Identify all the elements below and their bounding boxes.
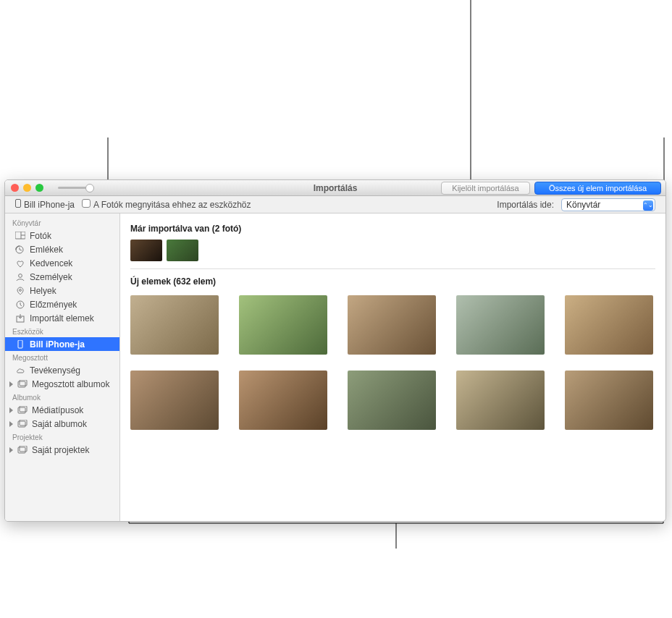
sidebar-item-label: Kedvencek	[30, 258, 72, 268]
divider	[130, 268, 655, 269]
sidebar-item-label: Előzmények	[30, 300, 77, 310]
sidebar-item-label: Bill iPhone-ja	[30, 339, 85, 350]
svg-point-18	[20, 289, 22, 291]
memories-icon	[15, 245, 25, 254]
person-icon	[15, 273, 25, 282]
photos-icon	[15, 232, 25, 240]
sidebar-item-device[interactable]: Bill iPhone-ja	[5, 337, 119, 351]
thumbnail[interactable]	[239, 295, 327, 355]
thumbnail[interactable]	[167, 240, 198, 261]
import-all-button[interactable]: Összes új elem importálása	[534, 182, 661, 195]
sidebar-item-label: Importált elemek	[30, 313, 94, 323]
disclosure-icon[interactable]	[9, 407, 13, 413]
zoom-slider[interactable]	[58, 184, 94, 192]
sidebar-item-label: Saját projektek	[32, 445, 89, 455]
close-icon[interactable]	[11, 184, 19, 192]
titlebar: Importálás Kijelölt importálása Összes ú…	[5, 180, 665, 196]
svg-rect-21	[18, 340, 22, 348]
clock-icon	[15, 300, 25, 309]
album-icon	[17, 446, 28, 454]
sidebar-item-photos[interactable]: Fotók	[5, 229, 119, 242]
sidebar-header-shared: Megosztott	[5, 351, 119, 363]
disclosure-icon[interactable]	[9, 421, 13, 427]
import-selected-button[interactable]: Kijelölt importálása	[441, 182, 530, 195]
disclosure-icon[interactable]	[9, 381, 13, 387]
open-for-device-label: A Fotók megnyitása ehhez az eszközhöz	[93, 200, 251, 210]
sidebar-item-history[interactable]: Előzmények	[5, 297, 119, 311]
thumbnail[interactable]	[239, 371, 327, 430]
import-pane: Már importálva van (2 fotó) Új elemek (6…	[120, 213, 665, 521]
sidebar-item-myprojects[interactable]: Saját projektek	[5, 443, 119, 457]
sidebar-item-shared-albums[interactable]: Megosztott albumok	[5, 377, 119, 391]
thumbnail[interactable]	[565, 371, 653, 430]
sidebar-item-favorites[interactable]: Kedvencek	[5, 256, 119, 270]
thumbnail[interactable]	[456, 371, 545, 430]
sidebar-header-projects: Projektek	[5, 431, 119, 443]
sidebar-item-label: Médiatípusok	[32, 405, 83, 415]
chevron-updown-icon: ⌃⌄	[643, 200, 653, 211]
import-to-label: Importálás ide:	[497, 200, 554, 210]
sidebar-item-label: Megosztott albumok	[32, 379, 109, 389]
import-to-value: Könyvtár	[566, 200, 600, 210]
sidebar-item-imported[interactable]: Importált elemek	[5, 311, 119, 325]
thumbnail[interactable]	[130, 371, 219, 430]
thumbnail[interactable]	[348, 295, 436, 355]
new-items-grid	[130, 295, 655, 430]
sidebar-item-activity[interactable]: Tevékenység	[5, 363, 119, 377]
thumbnail[interactable]	[348, 371, 436, 430]
thumbnail[interactable]	[456, 295, 545, 355]
sidebar-header-library: Könyvtár	[5, 216, 119, 229]
sidebar-item-myalbums[interactable]: Saját albumok	[5, 417, 119, 431]
already-imported-header: Már importálva van (2 fotó)	[130, 224, 655, 234]
zoom-icon[interactable]	[35, 184, 43, 192]
thumbnail[interactable]	[130, 295, 219, 355]
pin-icon	[15, 287, 25, 295]
import-icon	[15, 314, 25, 323]
sidebar-item-memories[interactable]: Emlékek	[5, 242, 119, 256]
minimize-icon[interactable]	[23, 184, 31, 192]
device-name: Bill iPhone-ja	[24, 200, 75, 210]
sidebar-item-label: Fotók	[30, 231, 51, 241]
sidebar-item-label: Emlékek	[30, 245, 63, 255]
disclosure-icon[interactable]	[9, 447, 13, 453]
album-icon	[17, 420, 28, 428]
heart-icon	[15, 259, 25, 268]
album-icon	[17, 380, 28, 389]
sidebar-item-label: Saját albumok	[32, 419, 87, 429]
album-icon	[17, 406, 28, 415]
app-window: Importálás Kijelölt importálása Összes ú…	[4, 179, 666, 522]
import-toolbar: Bill iPhone-ja A Fotók megnyitása ehhez …	[5, 196, 665, 213]
window-controls	[5, 184, 43, 192]
sidebar-item-people[interactable]: Személyek	[5, 270, 119, 284]
sidebar-header-albums: Albumok	[5, 391, 119, 403]
sidebar-item-label: Tevékenység	[30, 365, 80, 376]
import-to-select[interactable]: Könyvtár ⌃⌄	[561, 198, 655, 211]
cloud-icon	[15, 366, 25, 375]
open-for-device-checkbox[interactable]	[82, 199, 91, 208]
sidebar-item-label: Személyek	[30, 272, 72, 282]
svg-point-17	[19, 274, 22, 277]
thumbnail[interactable]	[130, 240, 162, 261]
new-items-header: Új elemek (632 elem)	[130, 276, 655, 287]
sidebar-item-label: Helyek	[30, 286, 56, 296]
thumbnail[interactable]	[565, 295, 653, 355]
phone-icon	[15, 340, 25, 349]
sidebar: Könyvtár Fotók Emlékek Kedvencek Személy…	[5, 213, 120, 521]
phone-icon	[15, 199, 21, 208]
sidebar-item-mediatypes[interactable]: Médiatípusok	[5, 403, 119, 417]
sidebar-item-places[interactable]: Helyek	[5, 284, 119, 297]
sidebar-header-devices: Eszközök	[5, 325, 119, 337]
